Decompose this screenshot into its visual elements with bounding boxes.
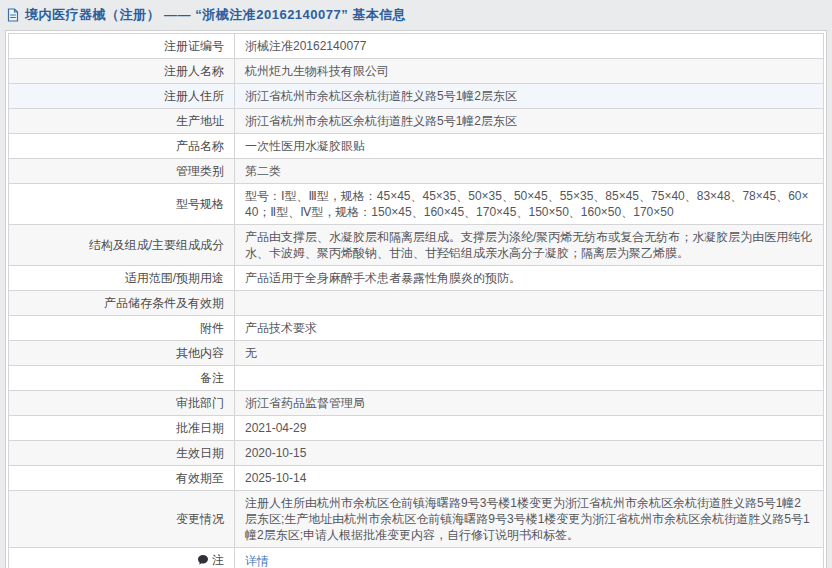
row-label-text: 注 [212,552,224,568]
row-label: 备注 [9,366,235,391]
details-link[interactable]: 详情 [245,554,269,568]
row-value [235,291,824,316]
page: 境内医疗器械（注册） —— “浙械注准20162140077” 基本信息 注册证… [0,0,832,568]
table-row: 注册证编号浙械注准20162140077 [9,34,824,59]
registration-table: 注册证编号浙械注准20162140077注册人名称杭州炬九生物科技有限公司注册人… [8,33,824,568]
row-value: 无 [235,341,824,366]
table-row: 型号规格型号：Ⅰ型、Ⅲ型，规格：45×45、45×35、50×35、50×45、… [9,184,824,225]
row-value: 第二类 [235,159,824,184]
table-row: 生产地址浙江省杭州市余杭区余杭街道胜义路5号1幢2层东区 [9,109,824,134]
table-row: 产品名称一次性医用水凝胶眼贴 [9,134,824,159]
table-row: 其他内容无 [9,341,824,366]
row-value: 注册人住所由杭州市余杭区仓前镇海曙路9号3号楼1楼变更为浙江省杭州市余杭区余杭街… [235,491,824,548]
table-row: 审批部门浙江省药品监督管理局 [9,391,824,416]
page-title: 境内医疗器械（注册） —— “浙械注准20162140077” 基本信息 [25,6,406,24]
row-label: 注 [9,548,235,568]
registration-table-body: 注册证编号浙械注准20162140077注册人名称杭州炬九生物科技有限公司注册人… [9,34,824,568]
document-icon [6,8,20,22]
row-label: 产品名称 [9,134,235,159]
row-value: 浙江省杭州市余杭区余杭街道胜义路5号1幢2层东区 [235,109,824,134]
row-label: 管理类别 [9,159,235,184]
row-label: 注册人名称 [9,59,235,84]
row-value: 杭州炬九生物科技有限公司 [235,59,824,84]
row-value [235,366,824,391]
row-value: 浙械注准20162140077 [235,34,824,59]
row-label: 型号规格 [9,184,235,225]
row-value: 型号：Ⅰ型、Ⅲ型，规格：45×45、45×35、50×35、50×45、55×3… [235,184,824,225]
row-label: 产品储存条件及有效期 [9,291,235,316]
row-label: 注册证编号 [9,34,235,59]
info-card: 注册证编号浙械注准20162140077注册人名称杭州炬九生物科技有限公司注册人… [5,30,827,568]
table-row: 有效期至2025-10-14 [9,466,824,491]
row-label: 结构及组成/主要组成成分 [9,225,235,266]
row-label: 适用范围/预期用途 [9,266,235,291]
row-value: 2020-10-15 [235,441,824,466]
table-row: 注册人住所浙江省杭州市余杭区余杭街道胜义路5号1幢2层东区 [9,84,824,109]
row-label: 其他内容 [9,341,235,366]
table-row: 适用范围/预期用途产品适用于全身麻醉手术患者暴露性角膜炎的预防。 [9,266,824,291]
row-value: 产品适用于全身麻醉手术患者暴露性角膜炎的预防。 [235,266,824,291]
table-row: 结构及组成/主要组成成分产品由支撑层、水凝胶层和隔离层组成。支撑层为涤纶/聚丙烯… [9,225,824,266]
page-header: 境内医疗器械（注册） —— “浙械注准20162140077” 基本信息 [0,0,832,28]
row-value: 2021-04-29 [235,416,824,441]
table-row: 管理类别第二类 [9,159,824,184]
row-label: 批准日期 [9,416,235,441]
row-label: 注册人住所 [9,84,235,109]
table-row: 批准日期2021-04-29 [9,416,824,441]
row-value: 详情 [235,548,824,568]
row-value: 一次性医用水凝胶眼贴 [235,134,824,159]
table-row: 变更情况注册人住所由杭州市余杭区仓前镇海曙路9号3号楼1楼变更为浙江省杭州市余杭… [9,491,824,548]
table-row: 注册人名称杭州炬九生物科技有限公司 [9,59,824,84]
row-label: 有效期至 [9,466,235,491]
table-row: 生效日期2020-10-15 [9,441,824,466]
row-value: 浙江省杭州市余杭区余杭街道胜义路5号1幢2层东区 [235,84,824,109]
row-label: 生产地址 [9,109,235,134]
table-row: 注详情 [9,548,824,568]
table-row: 备注 [9,366,824,391]
row-value: 产品由支撑层、水凝胶层和隔离层组成。支撑层为涤纶/聚丙烯无纺布或复合无纺布；水凝… [235,225,824,266]
row-label: 附件 [9,316,235,341]
row-label: 变更情况 [9,491,235,548]
row-value: 产品技术要求 [235,316,824,341]
row-label: 生效日期 [9,441,235,466]
table-row: 附件产品技术要求 [9,316,824,341]
row-label: 审批部门 [9,391,235,416]
row-value: 2025-10-14 [235,466,824,491]
row-value: 浙江省药品监督管理局 [235,391,824,416]
table-row: 产品储存条件及有效期 [9,291,824,316]
comment-icon [197,554,209,566]
